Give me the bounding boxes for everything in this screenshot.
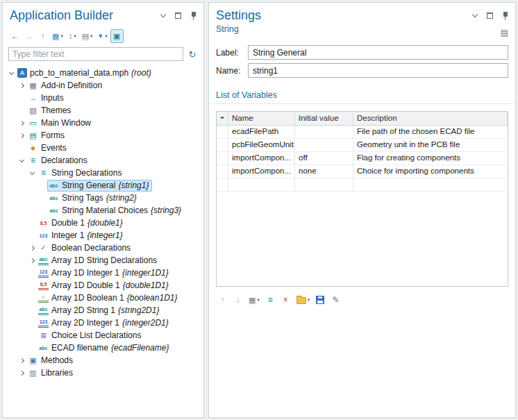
move-up-icon[interactable]: ↑ — [216, 293, 229, 307]
tree-item-libraries[interactable]: ▥Libraries — [4, 367, 203, 379]
tree-item-tag: {string1} — [118, 180, 149, 190]
refresh-icon[interactable]: ↻ — [187, 49, 198, 60]
tree-item-declarations[interactable]: ≡Declarations — [4, 154, 203, 167]
filter-menu-icon[interactable]: ▼▾ — [95, 29, 109, 43]
label-field-label: Label: — [216, 48, 248, 58]
cell-name[interactable]: pcbFileGeomUnit — [228, 139, 295, 152]
view-menu-icon[interactable]: ▤▾ — [80, 29, 95, 43]
variable-row[interactable]: pcbFileGeomUnitGeometry unit in the PCB … — [217, 139, 508, 152]
tree-item-string-declarations[interactable]: ≡String Declarations — [4, 167, 203, 179]
variable-row[interactable]: importCompon...noneChoice for importing … — [217, 165, 508, 178]
tree-item-array-1d-double-1[interactable]: 8,5Array 1D Double 1{double1D1} — [4, 279, 203, 292]
add-row-icon[interactable]: ≡ — [264, 293, 277, 307]
tree-item-inputs[interactable]: →Inputs — [4, 92, 203, 104]
load-file-icon[interactable]: ▾ — [294, 293, 312, 307]
tree-item-tag: {ecadFilename} — [111, 343, 169, 353]
tree-item-boolean-declarations[interactable]: ✓Boolean Declarations — [4, 242, 203, 254]
tree-item-label: String Material Choices — [62, 205, 148, 215]
save-file-icon[interactable] — [314, 293, 327, 307]
tree-item-array-2d-string-1[interactable]: abcArray 2D String 1{string2D1} — [4, 304, 203, 317]
back-icon[interactable]: ← — [8, 29, 22, 43]
chevron-down-icon[interactable] — [158, 11, 167, 20]
variable-row[interactable]: importCompon...offFlag for creating comp… — [217, 152, 508, 165]
cell-marker[interactable] — [217, 178, 228, 192]
more-options-icon[interactable]: ▤ — [501, 28, 508, 37]
cell-initial-value[interactable] — [295, 139, 353, 152]
chevron-collapsed-icon[interactable] — [17, 121, 26, 125]
new-node-menu-icon[interactable]: ▦▾ — [50, 29, 65, 43]
cell-marker[interactable] — [217, 165, 228, 178]
float-icon[interactable] — [485, 11, 494, 20]
tree-item-string-tags[interactable]: abcString Tags{string2} — [4, 192, 203, 204]
name-input[interactable] — [248, 63, 508, 78]
tree-item-array-1d-integer-1[interactable]: 123Array 1D Integer 1{integer1D1} — [4, 267, 203, 279]
tree-item-content: ✓Array 1D Boolean 1{boolean1D1} — [37, 292, 181, 304]
tree-item-main-window[interactable]: ▭Main Window — [4, 117, 203, 129]
chevron-expanded-icon[interactable] — [27, 172, 37, 174]
tree-item-content: 8,5Array 1D Double 1{double1D1} — [37, 280, 172, 292]
tree-item-integer-1[interactable]: 123Integer 1{integer1} — [4, 229, 203, 242]
tree-item-choice-list-declarations[interactable]: ≣Choice List Declarations — [4, 329, 203, 342]
variable-row[interactable] — [217, 178, 508, 192]
chevron-collapsed-icon[interactable] — [17, 134, 26, 137]
cell-description[interactable]: Flag for creating components — [353, 152, 508, 165]
chevron-collapsed-icon[interactable] — [17, 84, 26, 87]
variable-row[interactable]: ecadFilePathFile path of the chosen ECAD… — [217, 126, 508, 139]
tree-item-themes[interactable]: ▧Themes — [4, 104, 203, 117]
tree-item-events[interactable]: ◆Events — [4, 142, 203, 154]
edit-icon[interactable]: ✎ — [329, 293, 342, 307]
filter-input[interactable] — [8, 47, 183, 61]
table-menu-icon[interactable]: ▦▾ — [247, 293, 262, 307]
model-builder-toggle-icon[interactable]: ▣ — [110, 29, 124, 43]
cell-description[interactable]: Choice for importing components — [353, 165, 508, 178]
cell-name[interactable]: ecadFilePath — [228, 126, 295, 139]
move-down-icon[interactable]: ↓ — [231, 293, 244, 307]
cell-initial-value[interactable] — [295, 178, 353, 192]
tree-item-string-general[interactable]: abcString General{string1} — [4, 179, 203, 192]
tree-item-add-in-definition[interactable]: ▦Add-in Definition — [4, 79, 203, 92]
cell-name[interactable] — [228, 178, 295, 192]
tree-item-content: 123Integer 1{integer1} — [37, 230, 126, 242]
tree-item-array-1d-string-declarations[interactable]: abcArray 1D String Declarations — [4, 254, 203, 267]
chevron-collapsed-icon[interactable] — [27, 259, 37, 262]
chevron-collapsed-icon[interactable] — [17, 371, 26, 375]
tree-item-string-material-choices[interactable]: abcString Material Choices{string3} — [4, 204, 203, 217]
chevron-expanded-icon[interactable] — [17, 160, 26, 162]
cell-name[interactable]: importCompon... — [228, 165, 295, 178]
cell-description[interactable]: File path of the chosen ECAD file — [353, 126, 508, 139]
tree-item-array-2d-integer-1[interactable]: 123Array 2D Integer 1{integer2D1} — [4, 317, 203, 329]
cell-marker[interactable] — [217, 126, 228, 139]
array1d-boolean-icon: ✓ — [38, 294, 49, 303]
chevron-down-icon[interactable] — [470, 11, 479, 20]
variables-table: ▸▸ Name Initial value Description ecadFi… — [216, 111, 508, 287]
label-input[interactable] — [248, 45, 508, 60]
tree-item-content: ◆Events — [26, 142, 70, 154]
tree-item-content: 8,5Double 1{double1} — [37, 217, 126, 229]
tree-item-content: ≡String Declarations — [37, 167, 125, 179]
cell-description[interactable] — [353, 178, 508, 192]
tree-item-methods[interactable]: ▣Methods — [4, 354, 203, 367]
cell-marker[interactable] — [217, 139, 228, 152]
pin-icon[interactable] — [189, 11, 198, 20]
cell-initial-value[interactable] — [295, 126, 353, 139]
up-icon[interactable]: ↑ — [36, 29, 49, 43]
tree-item-pcb-to-material-data-mph[interactable]: Apcb_to_material_data.mph(root) — [4, 67, 203, 79]
chevron-expanded-icon[interactable] — [6, 72, 16, 74]
cell-marker[interactable] — [217, 152, 228, 165]
move-menu-icon[interactable]: ↕▾ — [66, 29, 79, 43]
tree-item-array-1d-boolean-1[interactable]: ✓Array 1D Boolean 1{boolean1D1} — [4, 292, 203, 304]
chevron-collapsed-icon[interactable] — [17, 359, 26, 362]
float-icon[interactable] — [174, 11, 183, 20]
forward-icon[interactable]: → — [22, 29, 35, 43]
tree-item-double-1[interactable]: 8,5Double 1{double1} — [4, 217, 203, 229]
cell-description[interactable]: Geometry unit in the PCB file — [353, 139, 508, 152]
clear-table-icon[interactable]: × — [279, 293, 292, 307]
chevron-collapsed-icon[interactable] — [27, 246, 37, 250]
cell-name[interactable]: importCompon... — [228, 152, 295, 165]
tree-item-forms[interactable]: ▤Forms — [4, 129, 203, 142]
tree-item-ecad-filename[interactable]: abcECAD filename{ecadFilename} — [4, 342, 203, 354]
cell-initial-value[interactable]: off — [295, 152, 353, 165]
boolean-declarations-icon: ✓ — [38, 243, 49, 253]
pin-icon[interactable] — [501, 11, 510, 20]
cell-initial-value[interactable]: none — [295, 165, 353, 178]
